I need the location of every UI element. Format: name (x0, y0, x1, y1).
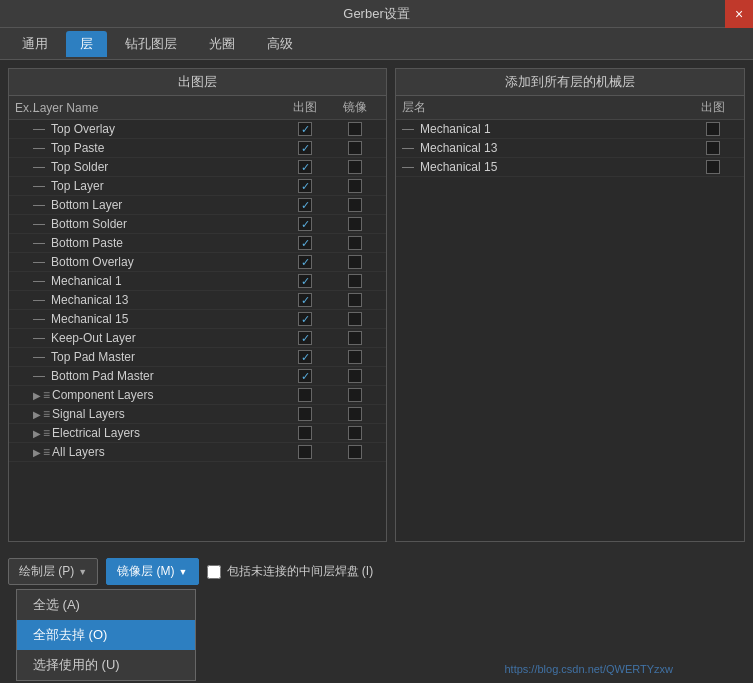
output-checkbox[interactable] (298, 198, 312, 212)
col-mirror-cell[interactable] (330, 312, 380, 326)
col-output-cell[interactable] (280, 293, 330, 307)
col-mirror-cell[interactable] (330, 236, 380, 250)
table-row[interactable]: ▶≡Electrical Layers (9, 424, 386, 443)
col-output-cell[interactable] (280, 445, 330, 459)
col-mirror-cell[interactable] (330, 160, 380, 174)
mirror-checkbox[interactable] (348, 331, 362, 345)
mirror-checkbox[interactable] (348, 217, 362, 231)
table-row[interactable]: —Keep-Out Layer (9, 329, 386, 348)
r-col-output-cell[interactable] (688, 160, 738, 174)
tab-general[interactable]: 通用 (8, 31, 62, 57)
output-checkbox[interactable] (298, 236, 312, 250)
table-row[interactable]: —Mechanical 1 (9, 272, 386, 291)
output-checkbox[interactable] (298, 445, 312, 459)
tab-layers[interactable]: 层 (66, 31, 107, 57)
mirror-checkbox[interactable] (348, 274, 362, 288)
col-output-cell[interactable] (280, 407, 330, 421)
output-checkbox[interactable] (298, 141, 312, 155)
col-mirror-cell[interactable] (330, 331, 380, 345)
table-row[interactable]: —Mechanical 13 (9, 291, 386, 310)
col-output-cell[interactable] (280, 274, 330, 288)
col-output-cell[interactable] (280, 179, 330, 193)
output-checkbox[interactable] (298, 255, 312, 269)
include-unconnected-label[interactable]: 包括未连接的中间层焊盘 (I) (207, 563, 374, 580)
col-output-cell[interactable] (280, 160, 330, 174)
col-output-cell[interactable] (280, 312, 330, 326)
col-output-cell[interactable] (280, 217, 330, 231)
dropdown-item-selectUsed[interactable]: 选择使用的 (U) (17, 650, 195, 680)
tab-advanced[interactable]: 高级 (253, 31, 307, 57)
col-mirror-cell[interactable] (330, 445, 380, 459)
mirror-checkbox[interactable] (348, 198, 362, 212)
tab-aperture[interactable]: 光圈 (195, 31, 249, 57)
table-row[interactable]: —Bottom Layer (9, 196, 386, 215)
r-output-checkbox[interactable] (706, 122, 720, 136)
tab-drillLayers[interactable]: 钻孔图层 (111, 31, 191, 57)
output-checkbox[interactable] (298, 293, 312, 307)
table-row[interactable]: —Top Layer (9, 177, 386, 196)
col-output-cell[interactable] (280, 236, 330, 250)
mirror-checkbox[interactable] (348, 255, 362, 269)
dropdown-item-deselectAll[interactable]: 全部去掉 (O) (17, 620, 195, 650)
table-row[interactable]: ▶≡All Layers (9, 443, 386, 462)
col-mirror-cell[interactable] (330, 141, 380, 155)
right-table-row[interactable]: — Mechanical 1 (396, 120, 744, 139)
col-mirror-cell[interactable] (330, 426, 380, 440)
col-output-cell[interactable] (280, 255, 330, 269)
mirror-checkbox[interactable] (348, 369, 362, 383)
col-mirror-cell[interactable] (330, 350, 380, 364)
table-row[interactable]: —Bottom Paste (9, 234, 386, 253)
output-checkbox[interactable] (298, 426, 312, 440)
draw-layer-button[interactable]: 绘制层 (P) ▼ (8, 558, 98, 585)
r-col-output-cell[interactable] (688, 141, 738, 155)
table-row[interactable]: —Top Paste (9, 139, 386, 158)
mirror-checkbox[interactable] (348, 407, 362, 421)
output-checkbox[interactable] (298, 331, 312, 345)
col-mirror-cell[interactable] (330, 217, 380, 231)
col-mirror-cell[interactable] (330, 407, 380, 421)
right-table-row[interactable]: — Mechanical 13 (396, 139, 744, 158)
col-output-cell[interactable] (280, 198, 330, 212)
table-row[interactable]: —Bottom Overlay (9, 253, 386, 272)
col-mirror-cell[interactable] (330, 255, 380, 269)
table-row[interactable]: —Mechanical 15 (9, 310, 386, 329)
col-mirror-cell[interactable] (330, 274, 380, 288)
table-row[interactable]: —Top Solder (9, 158, 386, 177)
include-unconnected-checkbox[interactable] (207, 565, 221, 579)
col-mirror-cell[interactable] (330, 122, 380, 136)
output-checkbox[interactable] (298, 407, 312, 421)
r-col-output-cell[interactable] (688, 122, 738, 136)
mirror-checkbox[interactable] (348, 312, 362, 326)
col-mirror-cell[interactable] (330, 388, 380, 402)
table-row[interactable]: —Top Pad Master (9, 348, 386, 367)
col-mirror-cell[interactable] (330, 369, 380, 383)
mirror-checkbox[interactable] (348, 160, 362, 174)
output-checkbox[interactable] (298, 369, 312, 383)
col-mirror-cell[interactable] (330, 179, 380, 193)
col-output-cell[interactable] (280, 369, 330, 383)
col-mirror-cell[interactable] (330, 293, 380, 307)
col-output-cell[interactable] (280, 122, 330, 136)
r-output-checkbox[interactable] (706, 141, 720, 155)
r-output-checkbox[interactable] (706, 160, 720, 174)
table-row[interactable]: —Bottom Pad Master (9, 367, 386, 386)
output-checkbox[interactable] (298, 122, 312, 136)
mirror-checkbox[interactable] (348, 445, 362, 459)
mirror-checkbox[interactable] (348, 350, 362, 364)
output-checkbox[interactable] (298, 350, 312, 364)
col-output-cell[interactable] (280, 426, 330, 440)
dropdown-item-selectAll[interactable]: 全选 (A) (17, 590, 195, 620)
col-output-cell[interactable] (280, 350, 330, 364)
table-row[interactable]: —Top Overlay (9, 120, 386, 139)
col-output-cell[interactable] (280, 141, 330, 155)
output-checkbox[interactable] (298, 312, 312, 326)
mirror-checkbox[interactable] (348, 426, 362, 440)
table-row[interactable]: ▶≡Signal Layers (9, 405, 386, 424)
mirror-layer-button[interactable]: 镜像层 (M) ▼ (106, 558, 198, 585)
close-button[interactable]: × (725, 0, 753, 28)
mirror-checkbox[interactable] (348, 179, 362, 193)
mirror-checkbox[interactable] (348, 122, 362, 136)
output-checkbox[interactable] (298, 388, 312, 402)
mirror-checkbox[interactable] (348, 236, 362, 250)
mirror-checkbox[interactable] (348, 141, 362, 155)
